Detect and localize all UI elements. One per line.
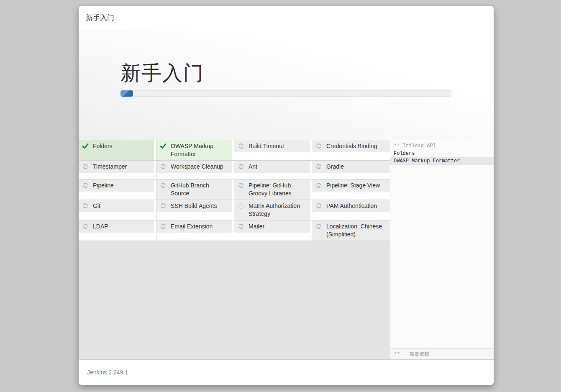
plugin-status-chip: Pipeline	[79, 179, 154, 192]
spinner-icon	[160, 223, 167, 230]
spinner-icon	[238, 223, 244, 230]
plugin-name: Pipeline	[93, 182, 114, 190]
plugin-grid-rows: FoldersOWASP Markup FormatterBuild Timeo…	[79, 140, 390, 241]
plugin-name: Pipeline: GitHub Groovy Libraries	[248, 182, 307, 197]
plugin-row: LDAPEmail ExtensionMailerLocalization: C…	[79, 220, 390, 241]
plugin-status-chip: Workspace Cleanup	[156, 161, 232, 173]
plugin-cell: Email Extension	[156, 220, 234, 241]
plugin-status-chip: LDAP	[79, 220, 154, 233]
plugin-cell: Localization: Chinese (Simplified)	[312, 220, 390, 241]
spinner-icon	[315, 163, 322, 170]
plugin-status-chip: Ant	[234, 161, 310, 173]
spinner-icon	[160, 163, 167, 170]
plugin-name: Email Extension	[171, 223, 213, 231]
plugin-status-chip: Gradle	[312, 161, 390, 173]
plugin-name: Ant	[248, 163, 257, 171]
spinner-icon	[82, 223, 89, 230]
plugin-cell: Gradle	[312, 161, 390, 179]
plugin-cell: Pipeline: GitHub Groovy Libraries	[234, 179, 312, 200]
spinner-icon	[160, 182, 167, 189]
spinner-icon	[238, 143, 244, 149]
page-title: 新手入门	[120, 62, 451, 85]
plugin-cell: Credentials Binding	[312, 140, 390, 161]
log-line: OWASP Markup Formatter	[390, 157, 494, 165]
spinner-icon	[238, 182, 244, 189]
plugin-row: GitSSH Build AgentsMatrix Authorization …	[79, 200, 390, 220]
spinner-icon	[315, 223, 322, 230]
spinner-icon	[82, 182, 89, 189]
plugin-name: Pipeline: Stage View	[326, 182, 380, 190]
plugin-cell: Ant	[234, 161, 312, 179]
plugin-name: Localization: Chinese (Simplified)	[326, 223, 387, 238]
plugin-status-chip: GitHub Branch Source	[156, 179, 232, 200]
jenkins-version-label: Jenkins 2.249.1	[87, 369, 128, 376]
plugin-name: Gradle	[326, 163, 344, 171]
install-progress-fill	[120, 90, 133, 97]
plugin-status-chip: Timestamper	[79, 161, 154, 173]
plugin-status-chip: SSH Build Agents	[156, 200, 232, 212]
plugin-name: Mailer	[248, 223, 264, 231]
plugin-cell: PAM Authentication	[312, 200, 390, 220]
plugin-name: SSH Build Agents	[171, 202, 217, 210]
plugin-cell: Pipeline: Stage View	[312, 179, 390, 200]
plugin-name: GitHub Branch Source	[171, 182, 229, 197]
plugin-cell: OWASP Markup Formatter	[156, 140, 234, 161]
plugin-status-chip: Build Timeout	[234, 140, 310, 152]
plugin-cell: Workspace Cleanup	[156, 161, 234, 179]
plugin-cell: LDAP	[79, 220, 156, 241]
plugin-cell: Build Timeout	[234, 140, 312, 161]
spinner-icon	[82, 202, 89, 209]
plugin-status-chip: Credentials Binding	[312, 140, 390, 152]
install-log-body: ** Trilead APIFoldersOWASP Markup Format…	[390, 140, 494, 348]
plugin-name: LDAP	[93, 223, 108, 231]
plugin-name: PAM Authentication	[326, 202, 377, 210]
window-title: 新手入门	[86, 13, 114, 23]
spinner-icon	[315, 202, 322, 209]
plugin-status-chip: OWASP Markup Formatter	[156, 140, 232, 160]
plugin-row: PipelineGitHub Branch SourcePipeline: Gi…	[79, 179, 390, 200]
plugin-status-chip: Pipeline: Stage View	[312, 179, 390, 192]
plugin-name: Build Timeout	[248, 142, 284, 150]
plugin-cell: Mailer	[234, 220, 312, 241]
plugin-status-chip: Git	[79, 200, 154, 212]
plugin-cell: Pipeline	[79, 179, 156, 200]
plugin-name: Workspace Cleanup	[171, 163, 223, 171]
plugin-status-chip: Folders	[79, 140, 154, 160]
content-area: FoldersOWASP Markup FormatterBuild Timeo…	[79, 140, 494, 360]
install-progress-bar	[120, 90, 451, 97]
plugin-name: Credentials Binding	[326, 142, 377, 150]
plugin-status-chip: Mailer	[234, 220, 310, 233]
plugin-name: Matrix Authorization Strategy	[248, 202, 307, 218]
plugin-grid: FoldersOWASP Markup FormatterBuild Timeo…	[79, 140, 390, 359]
plugin-cell: Timestamper	[79, 161, 156, 179]
plugin-cell: Matrix Authorization Strategy	[234, 200, 312, 220]
check-icon	[82, 143, 89, 149]
spinner-icon	[238, 163, 244, 170]
pending-circle-icon	[238, 202, 244, 209]
setup-wizard-dialog: 新手入门 新手入门 FoldersOWASP Markup FormatterB…	[79, 6, 494, 385]
plugin-status-chip: Localization: Chinese (Simplified)	[312, 220, 390, 241]
plugin-cell: Folders	[79, 140, 156, 161]
log-line: ** Trilead API	[390, 142, 494, 150]
plugin-name: Folders	[93, 142, 113, 150]
plugin-cell: GitHub Branch Source	[156, 179, 234, 200]
spinner-icon	[315, 143, 322, 149]
dialog-footer: Jenkins 2.249.1	[79, 360, 494, 385]
spinner-icon	[82, 163, 89, 170]
plugin-name: Timestamper	[93, 163, 127, 171]
plugin-name: OWASP Markup Formatter	[171, 142, 229, 158]
log-footer-note: ** - 需要依赖	[390, 348, 494, 359]
check-icon	[160, 143, 167, 149]
hero-section: 新手入门	[79, 30, 494, 140]
plugin-status-chip: Email Extension	[156, 220, 232, 233]
install-log-panel: ** Trilead APIFoldersOWASP Markup Format…	[390, 140, 494, 359]
spinner-icon	[160, 202, 167, 209]
dialog-titlebar: 新手入门	[79, 6, 494, 30]
plugin-cell: SSH Build Agents	[156, 200, 234, 220]
plugin-grid-filler	[79, 241, 390, 359]
plugin-status-chip: Matrix Authorization Strategy	[234, 200, 310, 220]
plugin-cell: Git	[79, 200, 156, 220]
plugin-name: Git	[93, 202, 100, 210]
spinner-icon	[315, 182, 322, 189]
plugin-row: FoldersOWASP Markup FormatterBuild Timeo…	[79, 140, 390, 161]
